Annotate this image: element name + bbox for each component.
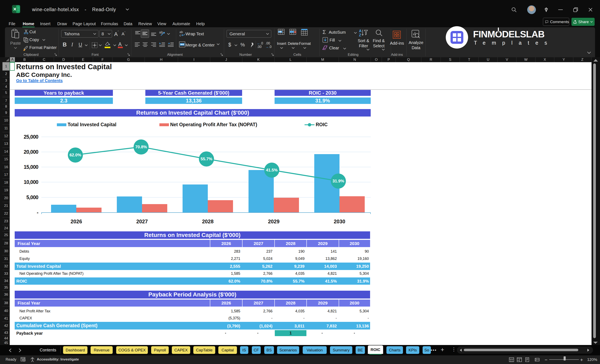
svg-text:ab: ab bbox=[179, 30, 183, 34]
svg-text:Z: Z bbox=[359, 33, 361, 37]
svg-text:ab: ab bbox=[159, 31, 163, 34]
svg-text:A: A bbox=[359, 29, 362, 33]
svg-text:c: c bbox=[179, 34, 181, 37]
